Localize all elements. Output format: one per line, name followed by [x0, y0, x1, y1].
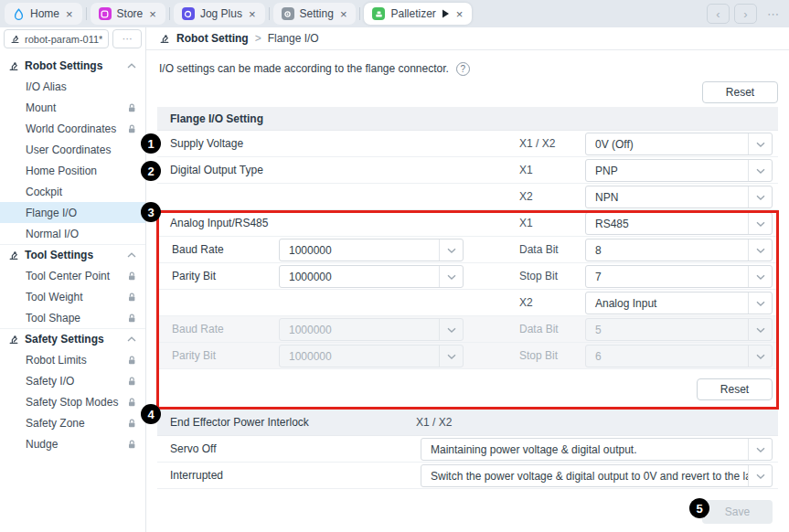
close-icon[interactable]: ×	[339, 7, 348, 21]
robot-arm-icon	[8, 334, 19, 345]
x1-baud-rate-value: 1000000	[280, 239, 439, 261]
analog-rs485-label: Analog Input/RS485	[170, 217, 268, 229]
reset-button[interactable]: Reset	[702, 81, 778, 103]
tab-bar: Home × Store × Jog Plus × Setting × Pall…	[0, 0, 789, 27]
help-icon[interactable]: ?	[456, 62, 470, 76]
close-icon[interactable]: ×	[248, 7, 257, 21]
chevron-down-icon[interactable]	[748, 213, 772, 234]
sidebar-item-cockpit[interactable]: Cockpit	[0, 181, 145, 202]
digital-output-x1-select[interactable]: PNP	[585, 159, 773, 182]
sidebar-section-tool-settings[interactable]: Tool Settings	[0, 244, 145, 265]
x1-baud-rate-select[interactable]: 1000000	[279, 239, 464, 261]
play-icon[interactable]	[442, 9, 450, 18]
chevron-down-icon[interactable]	[748, 439, 772, 460]
sidebar-item-tool-center-point[interactable]: Tool Center Point	[0, 265, 145, 286]
sidebar-item-safety-zone[interactable]: Safety Zone	[0, 412, 145, 433]
sidebar-section-robot-settings[interactable]: Robot Settings	[0, 55, 145, 76]
close-icon[interactable]: ×	[148, 7, 157, 21]
x2-parity-bit-value: 1000000	[280, 346, 439, 367]
item-label: Robot Limits	[26, 354, 87, 367]
chevron-up-icon[interactable]	[127, 252, 136, 258]
lock-icon	[127, 440, 136, 449]
sidebar-section-safety-settings[interactable]: Safety Settings	[0, 328, 145, 349]
tab-store[interactable]: Store ×	[91, 3, 165, 25]
sidebar-item-normal-io[interactable]: Normal I/O	[0, 223, 145, 244]
sidebar-item-nudge[interactable]: Nudge	[0, 433, 145, 454]
x1-parity-bit-select[interactable]: 1000000	[279, 265, 464, 288]
sidebar-item-world-coordinates[interactable]: World Coordinates	[0, 118, 145, 139]
sidebar-item-robot-limits[interactable]: Robot Limits	[0, 349, 145, 370]
item-label: Normal I/O	[26, 228, 79, 240]
x2-data-bit-select: 5	[585, 318, 773, 341]
x1-stop-bit-select[interactable]: 7	[585, 265, 773, 288]
supply-voltage-value: 0V (Off)	[586, 133, 748, 154]
chevron-down-icon[interactable]	[748, 160, 772, 181]
tab-home[interactable]: Home ×	[5, 3, 82, 25]
chevron-down-icon[interactable]	[748, 293, 772, 314]
sidebar-item-user-coordinates[interactable]: User Coordinates	[0, 139, 145, 160]
analog-rs485-x2-select[interactable]: Analog Input	[585, 292, 773, 314]
robot-param-input[interactable]: robot-param-011*	[4, 29, 109, 48]
back-button[interactable]: ‹	[707, 4, 730, 24]
chevron-down-icon[interactable]	[748, 465, 772, 486]
row-end-effector-interlock: End Effector Power Interlock X1 / X2	[157, 410, 778, 436]
chevron-down-icon[interactable]	[748, 133, 772, 154]
x2-data-bit-label: Data Bit	[519, 323, 559, 335]
robot-arm-icon	[159, 33, 170, 44]
chevron-down-icon[interactable]	[439, 266, 463, 287]
analog-reset-button[interactable]: Reset	[697, 378, 773, 400]
chevron-down-icon[interactable]	[748, 186, 772, 207]
item-label: Cockpit	[26, 186, 62, 198]
servo-off-select[interactable]: Maintaining power voltage & digital outp…	[421, 438, 773, 461]
chevron-down-icon[interactable]	[748, 239, 772, 261]
param-more-button[interactable]: ⋯	[112, 29, 142, 48]
breadcrumb-page: Flange I/O	[268, 32, 319, 45]
digital-output-x2-port: X2	[519, 190, 533, 203]
analog-rs485-x2-value: Analog Input	[586, 293, 748, 314]
item-label: Safety I/O	[26, 375, 74, 388]
description-row: I/O settings can be made according to th…	[157, 50, 778, 78]
lock-icon	[127, 293, 136, 302]
sidebar-item-mount[interactable]: Mount	[0, 97, 145, 118]
more-menu-button[interactable]: ⋯	[762, 4, 784, 24]
sidebar-item-safety-stop-modes[interactable]: Safety Stop Modes	[0, 391, 145, 412]
analog-rs485-x1-select[interactable]: RS485	[585, 212, 773, 235]
tab-palletizer[interactable]: Palletizer ×	[364, 3, 472, 25]
chevron-down-icon[interactable]	[748, 266, 772, 287]
close-icon[interactable]: ×	[65, 7, 74, 21]
close-icon[interactable]: ×	[455, 7, 464, 21]
sidebar-item-flange-io[interactable]: Flange I/O	[0, 202, 145, 223]
sidebar-item-io-alias[interactable]: I/O Alias	[0, 76, 145, 97]
row-x2-baud-data: Baud Rate 1000000 Data Bit 5	[157, 316, 778, 343]
interlock-port: X1 / X2	[416, 416, 452, 429]
item-label: Tool Weight	[26, 291, 82, 303]
save-button: Save	[702, 500, 773, 524]
item-label: World Coordinates	[26, 122, 116, 135]
chevron-down-icon	[748, 346, 772, 367]
lock-icon	[127, 356, 136, 365]
item-label: Mount	[26, 101, 56, 114]
chevron-down-icon[interactable]	[439, 239, 463, 261]
sidebar-item-safety-io[interactable]: Safety I/O	[0, 370, 145, 391]
tab-setting[interactable]: Setting ×	[273, 3, 357, 25]
sidebar-item-home-position[interactable]: Home Position	[0, 160, 145, 181]
digital-output-x2-select[interactable]: NPN	[585, 186, 773, 208]
item-label: User Coordinates	[26, 144, 111, 156]
tab-jog-plus[interactable]: Jog Plus ×	[174, 3, 265, 25]
tab-store-label: Store	[117, 7, 144, 20]
sidebar-item-tool-weight[interactable]: Tool Weight	[0, 286, 145, 307]
breadcrumb-section[interactable]: Robot Setting	[176, 32, 249, 45]
forward-button[interactable]: ›	[734, 4, 757, 24]
item-label: Flange I/O	[26, 207, 77, 219]
tab-separator	[86, 7, 87, 20]
supply-voltage-select[interactable]: 0V (Off)	[585, 133, 773, 155]
chevron-up-icon[interactable]	[127, 336, 136, 342]
chevron-up-icon[interactable]	[127, 63, 136, 69]
lock-icon	[127, 398, 136, 407]
x1-data-bit-select[interactable]: 8	[585, 239, 773, 261]
interrupted-select[interactable]: Switch the power voltage & digital outpu…	[421, 464, 773, 487]
x2-baud-rate-select: 1000000	[279, 318, 464, 341]
sidebar-item-tool-shape[interactable]: Tool Shape	[0, 307, 145, 328]
tab-separator	[269, 7, 270, 20]
row-interrupted: Interrupted Switch the power voltage & d…	[157, 463, 778, 489]
